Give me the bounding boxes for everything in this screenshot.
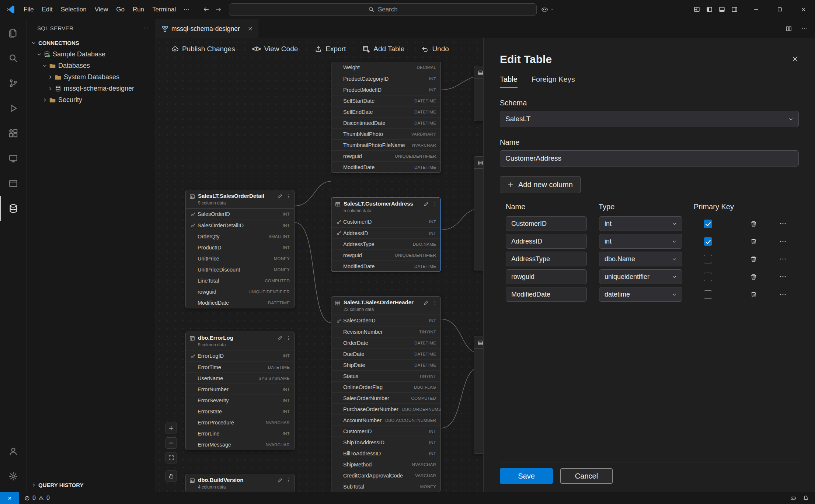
schema-designer-canvas[interactable]: WeightDECIMALProductCategoryIDINTProduct…	[156, 38, 483, 492]
delete-column-button[interactable]	[746, 269, 761, 284]
tree-item-databases[interactable]: Databases	[27, 60, 156, 71]
panel-tab-foreign-keys[interactable]: Foreign Keys	[532, 75, 575, 88]
activitybar-run-and-debug-button[interactable]	[0, 96, 27, 121]
maximize-button[interactable]	[768, 0, 791, 19]
activitybar-accounts-button[interactable]	[0, 439, 27, 464]
tab-close-icon[interactable]	[248, 26, 253, 31]
edit-table-icon[interactable]	[424, 300, 429, 305]
canvas-table-partial-right[interactable]	[474, 336, 483, 454]
panel-close-button[interactable]	[791, 55, 799, 63]
menu-run[interactable]: Run	[129, 4, 148, 15]
undo-button[interactable]: Undo	[421, 43, 449, 55]
publish-button[interactable]: Publish Changes	[171, 43, 235, 55]
column-more-button[interactable]	[776, 234, 790, 249]
activitybar-search-button[interactable]	[0, 46, 27, 71]
menu-more-button[interactable]	[180, 6, 193, 13]
column-type-select[interactable]: int	[599, 216, 682, 231]
table-name-input[interactable]: CustomerAddress	[500, 150, 799, 167]
save-button[interactable]: Save	[500, 468, 553, 484]
delete-column-button[interactable]	[746, 234, 761, 249]
column-more-button[interactable]	[776, 252, 790, 266]
table-more-icon[interactable]	[286, 478, 291, 483]
menu-go[interactable]: Go	[112, 4, 129, 15]
column-type-select[interactable]: uniqueidentifier	[599, 269, 682, 284]
split-editor-button[interactable]	[781, 19, 797, 38]
canvas-table-partial-right[interactable]	[474, 156, 483, 270]
copilot-button[interactable]	[541, 6, 554, 13]
column-name-input[interactable]: ModifiedDate	[506, 287, 587, 302]
customize-layout-button[interactable]	[694, 6, 700, 13]
add-table-button[interactable]: Add Table	[363, 43, 404, 55]
toggle-secondary-sidebar-button[interactable]	[731, 6, 738, 13]
sidebar-more-button[interactable]	[143, 25, 149, 31]
activitybar-extensions-button[interactable]	[0, 121, 27, 146]
canvas-table-partial[interactable]: WeightDECIMALProductCategoryIDINTProduct…	[331, 62, 441, 173]
primary-key-checkbox[interactable]	[704, 290, 712, 299]
edit-table-icon[interactable]	[277, 336, 282, 341]
remote-indicator-button[interactable]	[0, 492, 19, 504]
activitybar-settings-button[interactable]	[0, 464, 27, 489]
menu-file[interactable]: File	[20, 4, 38, 15]
canvas-table-dbo-errorlog[interactable]: dbo.ErrorLog9 column dataErrorLogIDINTEr…	[185, 332, 295, 450]
export-button[interactable]: Export	[315, 43, 346, 55]
primary-key-checkbox[interactable]	[704, 220, 712, 228]
table-more-icon[interactable]	[286, 194, 291, 199]
edit-table-icon[interactable]	[424, 202, 429, 207]
toggle-panel-button[interactable]	[719, 6, 725, 13]
activitybar-sql-server-button[interactable]	[0, 196, 27, 221]
canvas-table-saleslt-salesorderdetail[interactable]: SalesLT.SalesOrderDetail9 column dataSal…	[185, 190, 295, 308]
canvas-table-saleslt-salesorderheader[interactable]: SalesLT.SalesOrderHeader22 column dataSa…	[331, 296, 441, 492]
delete-column-button[interactable]	[746, 252, 761, 266]
add-new-column-button[interactable]: Add new column	[500, 176, 581, 193]
column-more-button[interactable]	[776, 216, 790, 231]
menu-selection[interactable]: Selection	[57, 4, 91, 15]
delete-column-button[interactable]	[746, 216, 761, 231]
tree-item-mssql-schema-designer[interactable]: mssql-schema-designer	[27, 83, 156, 94]
activitybar-explorer-button[interactable]	[0, 21, 27, 46]
tab-mssql-schema-designer[interactable]: mssql-schema-designer	[156, 19, 258, 38]
column-type-select[interactable]: int	[599, 234, 682, 249]
column-more-button[interactable]	[776, 269, 790, 284]
column-name-input[interactable]: rowguid	[506, 269, 587, 284]
minimize-button[interactable]	[744, 0, 768, 19]
back-button[interactable]	[203, 6, 209, 13]
column-name-input[interactable]: CustomerID	[506, 216, 587, 231]
edit-table-icon[interactable]	[277, 478, 282, 483]
code-button[interactable]: </>View Code	[252, 43, 298, 55]
column-type-select[interactable]: datetime	[599, 287, 682, 302]
menu-terminal[interactable]: Terminal	[148, 4, 180, 15]
primary-key-checkbox[interactable]	[704, 273, 712, 281]
zoom-in-button[interactable]	[166, 423, 177, 434]
table-more-icon[interactable]	[286, 336, 291, 341]
primary-key-checkbox[interactable]	[704, 237, 712, 246]
column-more-button[interactable]	[776, 287, 790, 302]
close-button[interactable]	[791, 0, 815, 19]
tree-item-system-databases[interactable]: System Databases	[27, 71, 156, 83]
column-name-input[interactable]: AddressID	[506, 234, 587, 249]
activitybar-source-control-button[interactable]	[0, 71, 27, 96]
connections-section-header[interactable]: CONNECTIONS	[27, 37, 156, 49]
canvas-table-partial-right[interactable]	[474, 66, 483, 121]
query-history-section-header[interactable]: QUERY HISTORY	[27, 478, 156, 492]
activitybar-workspace-button[interactable]	[0, 171, 27, 196]
command-center-search[interactable]: Search	[229, 3, 537, 16]
delete-column-button[interactable]	[746, 287, 761, 302]
column-name-input[interactable]: AddressType	[506, 252, 587, 266]
fit-view-button[interactable]	[166, 452, 177, 463]
menu-edit[interactable]: Edit	[38, 4, 56, 15]
edit-table-icon[interactable]	[277, 194, 282, 199]
canvas-table-dbo-buildversion[interactable]: dbo.BuildVersion4 column data	[185, 474, 295, 492]
primary-key-checkbox[interactable]	[704, 255, 712, 263]
problems-status[interactable]: 0 0	[19, 495, 55, 501]
cancel-button[interactable]: Cancel	[560, 468, 613, 484]
canvas-table-saleslt-customeraddress[interactable]: SalesLT.CustomerAddress5 column dataCust…	[331, 197, 441, 272]
table-more-icon[interactable]	[432, 300, 438, 305]
lock-canvas-button[interactable]	[166, 470, 177, 482]
menu-view[interactable]: View	[91, 4, 112, 15]
tree-item-sample-database[interactable]: Sample Database	[27, 49, 156, 60]
activitybar-remote-explorer-button[interactable]	[0, 146, 27, 171]
forward-button[interactable]	[215, 6, 222, 13]
tree-item-security[interactable]: Security	[27, 94, 156, 106]
zoom-out-button[interactable]	[166, 437, 177, 449]
panel-tab-table[interactable]: Table	[500, 75, 518, 88]
